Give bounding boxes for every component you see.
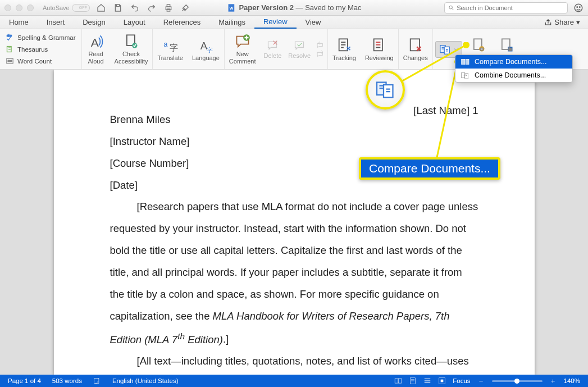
search-input[interactable] — [444, 2, 568, 13]
svg-text:字: 字 — [207, 46, 213, 53]
redo-icon[interactable] — [147, 3, 156, 12]
web-layout-icon[interactable] — [423, 377, 431, 385]
share-button[interactable]: Share ▾ — [536, 16, 588, 29]
resolve-comment-button[interactable]: Resolve — [285, 40, 314, 59]
accessibility-icon — [124, 34, 139, 49]
feedback-icon[interactable] — [573, 3, 584, 13]
status-language[interactable]: English (United States) — [112, 377, 179, 384]
callout-compare-icon — [366, 70, 405, 110]
svg-text:a: a — [164, 40, 168, 48]
document-title: W Paper Version 2 — Saved to my Mac — [226, 3, 361, 12]
svg-text:W: W — [229, 5, 233, 10]
comment-icon — [235, 34, 250, 49]
language-button[interactable]: A字 Language — [188, 35, 224, 63]
compare-docs-icon — [461, 58, 470, 66]
wordcount-button[interactable]: 123Word Count — [6, 56, 76, 66]
combine-documents-item[interactable]: Combine Documents... — [455, 69, 572, 82]
close-window-icon[interactable] — [4, 4, 11, 11]
save-icon[interactable] — [113, 3, 122, 12]
tab-design[interactable]: Design — [74, 16, 114, 29]
thesaurus-button[interactable]: Thesaurus — [6, 44, 76, 54]
next-comment-icon[interactable] — [316, 49, 325, 58]
read-mode-icon[interactable] — [394, 377, 402, 385]
compare-dropdown: Compare Documents... Combine Documents..… — [455, 54, 573, 83]
doc-paragraph-2: [All text—including titles, quotations, … — [110, 350, 478, 375]
print-layout-icon[interactable] — [409, 377, 417, 385]
reviewing-icon — [371, 38, 387, 53]
tab-references[interactable]: References — [154, 16, 209, 29]
protect-icon — [471, 38, 486, 53]
print-icon[interactable] — [164, 3, 173, 12]
linked-icon: in — [499, 38, 514, 53]
document-canvas[interactable]: [Last Name] 1 Brenna Miles [Instructor N… — [0, 70, 588, 375]
svg-text:in: in — [508, 47, 512, 51]
spelling-button[interactable]: abcSpelling & Grammar — [6, 33, 76, 42]
compare-documents-item[interactable]: Compare Documents... — [455, 55, 572, 69]
svg-rect-43 — [395, 379, 398, 383]
tab-home[interactable]: Home — [0, 16, 38, 29]
svg-rect-32 — [462, 59, 465, 64]
callout-compare-label: Compare Documents... — [359, 157, 500, 180]
word-doc-icon: W — [226, 3, 235, 12]
quick-access-toolbar — [97, 3, 190, 12]
tab-insert[interactable]: Insert — [38, 16, 74, 29]
prev-comment-icon[interactable] — [316, 40, 325, 49]
combine-docs-icon — [461, 71, 470, 79]
reviewing-button[interactable]: Reviewing — [361, 35, 398, 63]
undo-icon[interactable] — [130, 3, 139, 12]
svg-text:字: 字 — [170, 43, 178, 52]
ribbon-tabs: Home Insert Design Layout References Mai… — [0, 16, 588, 29]
svg-rect-25 — [444, 47, 449, 54]
tab-layout[interactable]: Layout — [115, 16, 154, 29]
search-icon — [448, 4, 454, 11]
home-icon[interactable] — [97, 3, 106, 12]
svg-rect-35 — [465, 74, 468, 79]
autosave-label: AutoSave — [43, 4, 70, 11]
status-page[interactable]: Page 1 of 4 — [8, 377, 41, 384]
svg-rect-44 — [399, 379, 402, 383]
tab-review[interactable]: Review — [254, 16, 297, 29]
changes-button[interactable]: Changes — [399, 35, 432, 63]
svg-rect-42 — [94, 378, 99, 383]
share-icon — [544, 19, 552, 26]
delete-comment-button[interactable]: Delete — [261, 40, 285, 59]
zoom-in-button[interactable]: + — [549, 377, 557, 385]
minimize-window-icon[interactable] — [16, 4, 22, 11]
svg-rect-33 — [466, 59, 469, 64]
new-comment-button[interactable]: New Comment — [225, 31, 261, 66]
svg-point-5 — [449, 6, 453, 9]
svg-point-6 — [575, 4, 582, 12]
svg-rect-28 — [480, 48, 483, 50]
style-icon[interactable] — [181, 3, 190, 12]
tracking-button[interactable]: Tracking — [328, 35, 361, 63]
svg-text:A: A — [90, 37, 98, 49]
window-controls — [4, 4, 34, 11]
svg-rect-1 — [167, 4, 170, 7]
focus-icon — [438, 377, 446, 385]
chevron-down-icon — [454, 47, 458, 52]
translate-button[interactable]: a字 Translate — [153, 35, 187, 63]
status-words[interactable]: 503 words — [52, 377, 82, 384]
doc-paragraph-1: [Research papers that use MLA format do … — [110, 196, 478, 350]
svg-point-7 — [577, 6, 578, 7]
language-icon: A字 — [198, 38, 213, 53]
svg-text:abc: abc — [7, 34, 12, 37]
changes-icon — [408, 38, 423, 53]
read-aloud-button[interactable]: A Read Aloud — [82, 31, 110, 66]
document-page[interactable]: [Last Name] 1 Brenna Miles [Instructor N… — [54, 70, 535, 375]
svg-text:123: 123 — [8, 60, 12, 62]
zoom-slider[interactable] — [492, 380, 543, 382]
zoom-out-button[interactable]: − — [477, 377, 485, 385]
spellcheck-status-icon[interactable] — [93, 377, 101, 385]
tab-mailings[interactable]: Mailings — [209, 16, 254, 29]
check-accessibility-button[interactable]: Check Accessibility — [110, 31, 153, 66]
svg-point-8 — [580, 6, 581, 7]
status-focus[interactable]: Focus — [453, 377, 470, 384]
autosave-toggle[interactable]: AutoSave OFF — [43, 4, 90, 12]
status-bar: Page 1 of 4 503 words English (United St… — [0, 375, 588, 387]
read-aloud-icon: A — [88, 34, 104, 49]
maximize-window-icon[interactable] — [27, 4, 34, 11]
tab-view[interactable]: View — [297, 16, 330, 29]
zoom-level[interactable]: 140% — [564, 377, 580, 384]
doc-line-instructor: [Instructor Name] — [110, 131, 478, 153]
